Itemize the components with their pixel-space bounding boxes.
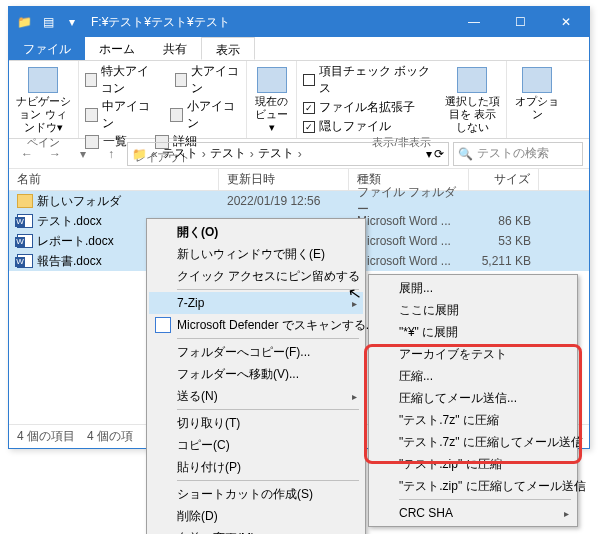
tab-view[interactable]: 表示: [201, 37, 255, 60]
tab-share[interactable]: 共有: [149, 37, 201, 60]
menu-item-label: 名前の変更(M): [177, 530, 255, 535]
menu-item-label: 切り取り(T): [177, 415, 240, 432]
doc-icon: [17, 234, 33, 248]
menu-item[interactable]: "テスト.7z" に圧縮: [371, 409, 575, 431]
col-size[interactable]: サイズ: [469, 169, 539, 190]
menu-item[interactable]: "テスト.zip" に圧縮してメール送信: [371, 475, 575, 497]
up-button[interactable]: ↑: [99, 142, 123, 166]
menu-item[interactable]: "テスト.zip" に圧縮: [371, 453, 575, 475]
column-headers: 名前 更新日時 種類 サイズ: [9, 169, 589, 191]
file-name: レポート.docx: [37, 233, 114, 250]
menu-item-label: フォルダーへコピー(F)...: [177, 344, 310, 361]
menu-item-label: 貼り付け(P): [177, 459, 241, 476]
menu-item[interactable]: "*¥" に展開: [371, 321, 575, 343]
layout-sm[interactable]: 小アイコン: [187, 98, 240, 132]
separator: [177, 409, 359, 410]
menu-item-label: "*¥" に展開: [399, 324, 458, 341]
layout-md[interactable]: 中アイコン: [102, 98, 155, 132]
separator: [177, 480, 359, 481]
recent-dd[interactable]: ▾: [71, 142, 95, 166]
menu-item[interactable]: ここに展開: [371, 299, 575, 321]
maximize-button[interactable]: ☐: [497, 7, 543, 37]
menu-item[interactable]: "テスト.7z" に圧縮してメール送信: [371, 431, 575, 453]
menu-item[interactable]: 新しいウィンドウで開く(E): [149, 243, 363, 265]
menu-item-label: "テスト.7z" に圧縮: [399, 412, 499, 429]
separator: [399, 499, 571, 500]
breadcrumb[interactable]: 📁« テスト› テスト› テスト› ▾⟳: [127, 142, 449, 166]
menu-item-label: 送る(N): [177, 388, 218, 405]
menu-item-label: 削除(D): [177, 508, 218, 525]
menu-item[interactable]: 送る(N): [149, 385, 363, 407]
addr-dd-icon[interactable]: ▾: [426, 147, 432, 161]
menu-item[interactable]: CRC SHA: [371, 502, 575, 524]
menu-item-label: アーカイブをテスト: [399, 346, 507, 363]
menu-item[interactable]: フォルダーへコピー(F)...: [149, 341, 363, 363]
menu-item[interactable]: 圧縮...: [371, 365, 575, 387]
search-input[interactable]: 🔍テストの検索: [453, 142, 583, 166]
ribbon-tabs: ファイル ホーム 共有 表示: [9, 37, 589, 61]
doc-icon: [17, 254, 33, 268]
folder-icon: 📁: [13, 11, 35, 33]
menu-item[interactable]: Microsoft Defender でスキャンする...: [149, 314, 363, 336]
menu-item[interactable]: フォルダーへ移動(V)...: [149, 363, 363, 385]
minimize-button[interactable]: ―: [451, 7, 497, 37]
menu-item-label: コピー(C): [177, 437, 230, 454]
menu-item-label: 開く(O): [177, 224, 218, 241]
titlebar: 📁 ▤ ▾ F:¥テスト¥テスト¥テスト ― ☐ ✕: [9, 7, 589, 37]
menu-item-label: "テスト.7z" に圧縮してメール送信: [399, 434, 583, 451]
separator: [177, 338, 359, 339]
menu-item[interactable]: 名前の変更(M): [149, 527, 363, 534]
options-button[interactable]: オプション: [513, 63, 561, 121]
qat-props-icon[interactable]: ▤: [37, 11, 59, 33]
menu-item-label: 新しいウィンドウで開く(E): [177, 246, 325, 263]
separator: [177, 289, 359, 290]
search-icon: 🔍: [458, 147, 473, 161]
chk-hidden[interactable]: ✓: [303, 121, 315, 133]
menu-item[interactable]: 展開...: [371, 277, 575, 299]
chk-item-boxes[interactable]: [303, 74, 315, 86]
menu-item-label: 展開...: [399, 280, 433, 297]
table-row[interactable]: 新しいフォルダ2022/01/19 12:56ファイル フォルダー: [9, 191, 589, 211]
current-view-button[interactable]: 現在の ビュー▾: [253, 63, 290, 135]
menu-item-label: 圧縮...: [399, 368, 433, 385]
col-date[interactable]: 更新日時: [219, 169, 349, 190]
layout-xl[interactable]: 特大アイコン: [101, 63, 160, 97]
menu-item[interactable]: 貼り付け(P): [149, 456, 363, 478]
refresh-icon[interactable]: ⟳: [434, 147, 444, 161]
menu-item-label: Microsoft Defender でスキャンする...: [177, 317, 376, 334]
menu-item[interactable]: コピー(C): [149, 434, 363, 456]
status-count: 4 個の項目: [17, 428, 75, 445]
window-title: F:¥テスト¥テスト¥テスト: [83, 14, 451, 31]
doc-icon: [17, 214, 33, 228]
tab-file[interactable]: ファイル: [9, 37, 85, 60]
forward-button[interactable]: →: [43, 142, 67, 166]
7zip-submenu: 展開...ここに展開"*¥" に展開アーカイブをテスト圧縮...圧縮してメール送…: [368, 274, 578, 527]
menu-item[interactable]: 切り取り(T): [149, 412, 363, 434]
menu-item[interactable]: 圧縮してメール送信...: [371, 387, 575, 409]
back-button[interactable]: ←: [15, 142, 39, 166]
menu-item[interactable]: アーカイブをテスト: [371, 343, 575, 365]
ribbon: ナビゲーション ウィンドウ▾ ペイン 特大アイコン 大アイコン 中アイコン 小ア…: [9, 61, 589, 139]
menu-item[interactable]: 開く(O): [149, 221, 363, 243]
menu-item-label: 7-Zip: [177, 296, 204, 310]
status-selection: 4 個の項: [87, 428, 133, 445]
menu-item[interactable]: クイック アクセスにピン留めする: [149, 265, 363, 287]
menu-item[interactable]: 削除(D): [149, 505, 363, 527]
hide-selected-button[interactable]: 選択した項目を 表示しない: [445, 63, 500, 135]
menu-item[interactable]: ショートカットの作成(S): [149, 483, 363, 505]
menu-item-label: "テスト.zip" に圧縮してメール送信: [399, 478, 586, 495]
context-menu: 開く(O)新しいウィンドウで開く(E)クイック アクセスにピン留めする7-Zip…: [146, 218, 366, 534]
menu-item-label: "テスト.zip" に圧縮: [399, 456, 502, 473]
tab-home[interactable]: ホーム: [85, 37, 149, 60]
close-button[interactable]: ✕: [543, 7, 589, 37]
file-name: 新しいフォルダ: [37, 193, 121, 210]
qat-dd-icon[interactable]: ▾: [61, 11, 83, 33]
layout-lg[interactable]: 大アイコン: [191, 63, 240, 97]
file-name: テスト.docx: [37, 213, 102, 230]
col-name[interactable]: 名前: [9, 169, 219, 190]
nav-pane-button[interactable]: ナビゲーション ウィンドウ▾: [15, 63, 71, 135]
chk-file-ext[interactable]: ✓: [303, 102, 315, 114]
menu-item[interactable]: 7-Zip: [149, 292, 363, 314]
menu-item-label: フォルダーへ移動(V)...: [177, 366, 299, 383]
menu-item-label: CRC SHA: [399, 506, 453, 520]
